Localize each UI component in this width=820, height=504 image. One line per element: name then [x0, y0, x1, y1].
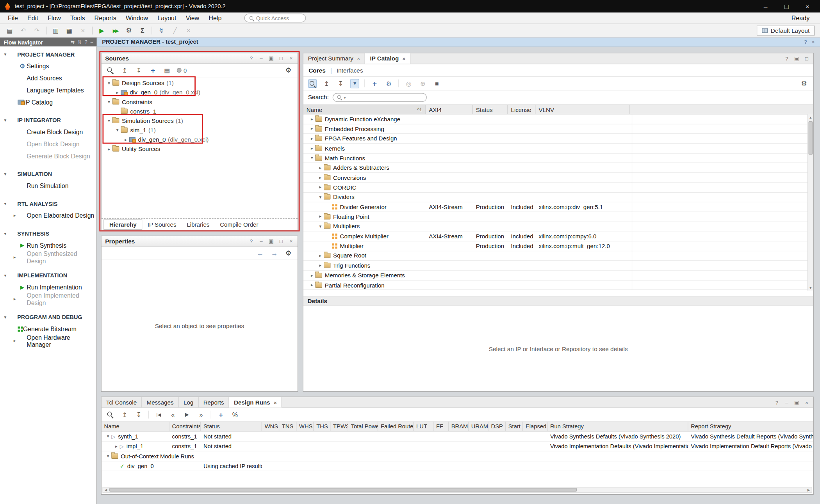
column-header[interactable]: TPWS — [330, 422, 348, 431]
expander-icon[interactable] — [308, 117, 315, 121]
skip-to-start-icon[interactable] — [154, 410, 163, 419]
float-icon[interactable] — [794, 56, 800, 62]
expander-icon[interactable] — [122, 137, 129, 142]
tree-row[interactable]: Simulation Sources (1) — [102, 116, 298, 125]
close-tab-icon[interactable] — [403, 56, 406, 62]
copy-icon[interactable] — [51, 26, 60, 35]
ip-catalog-row[interactable]: CORDIC — [303, 183, 813, 192]
minimize-icon[interactable] — [91, 39, 93, 44]
flow-nav-entry[interactable]: RTL ANALYSIS — [0, 198, 96, 209]
column-header[interactable]: Elapsed — [523, 422, 547, 431]
flow-nav-entry[interactable]: Open Synthesized Design — [0, 251, 96, 263]
collapse-all-icon[interactable] — [120, 66, 129, 75]
menu-item[interactable]: Edit — [23, 13, 43, 23]
open-project-icon[interactable] — [5, 26, 14, 35]
expander-icon[interactable] — [308, 146, 315, 151]
chevron-icon[interactable] — [11, 213, 18, 218]
flow-nav-entry[interactable]: Open Hardware Manager — [0, 335, 96, 347]
expander-icon[interactable] — [317, 195, 324, 199]
ip-catalog-row[interactable]: Adders & Subtracters — [303, 163, 813, 173]
tree-row[interactable]: div_gen_0 (div_gen_0.xci) — [102, 88, 298, 97]
tree-row[interactable]: Design Sources (1) — [102, 78, 298, 88]
menu-item[interactable]: View — [181, 13, 204, 23]
expander-icon[interactable] — [308, 126, 315, 131]
column-header-name[interactable]: Name^1 — [303, 105, 426, 114]
chevron-icon[interactable] — [11, 297, 18, 301]
float-icon[interactable] — [268, 55, 274, 61]
redo-icon[interactable] — [32, 26, 41, 35]
flow-nav-entry[interactable]: Generate Block Design — [0, 150, 96, 162]
menu-item[interactable]: Reports — [90, 13, 121, 23]
chevron-icon[interactable] — [2, 273, 8, 277]
chevron-icon[interactable] — [2, 118, 8, 122]
expander-icon[interactable] — [317, 224, 324, 229]
ip-catalog-row[interactable]: Partial Reconfiguration — [303, 280, 813, 290]
expander-icon[interactable] — [106, 119, 112, 123]
help-icon[interactable] — [85, 39, 87, 44]
menu-item[interactable]: Help — [204, 13, 226, 23]
filter-icon[interactable] — [350, 79, 359, 88]
tab-messages[interactable]: Messages — [142, 397, 178, 408]
expander-icon[interactable] — [105, 434, 111, 438]
tree-row[interactable]: constrs_1 — [102, 106, 298, 116]
chevron-icon[interactable] — [2, 52, 8, 57]
close-icon[interactable] — [184, 26, 193, 35]
flow-nav-entry[interactable]: Run Implementation — [0, 281, 96, 293]
minimize-icon[interactable] — [762, 2, 769, 10]
design-run-row[interactable]: Out-of-Context Module Runs — [102, 451, 813, 461]
flow-nav-entry[interactable]: Open Elaborated Design — [0, 209, 96, 222]
separator[interactable] — [399, 80, 399, 87]
search-icon[interactable] — [308, 79, 317, 87]
expander-icon[interactable] — [106, 81, 112, 85]
design-run-row[interactable]: div_gen_0 Using cached IP results — [102, 461, 813, 471]
separator[interactable] — [152, 27, 152, 34]
design-run-row[interactable]: synth_1 constrs_1 Not started — [102, 431, 813, 441]
forward-icon[interactable] — [270, 248, 279, 258]
separator[interactable] — [148, 411, 149, 419]
column-header[interactable]: TNS — [279, 422, 296, 431]
ip-catalog-row[interactable]: Divider Generator AXI4-Stream Production… — [303, 202, 813, 212]
chevron-icon[interactable] — [11, 255, 18, 259]
scroll-right-icon[interactable]: ▶ — [806, 488, 812, 492]
column-header[interactable]: Constraints — [169, 422, 201, 431]
expand-all-icon[interactable] — [336, 79, 345, 88]
tree-row[interactable]: sim_1 (1) — [102, 125, 298, 135]
ip-catalog-row[interactable]: Multipliers — [303, 222, 813, 232]
separator[interactable] — [364, 80, 365, 87]
step-back-icon[interactable] — [168, 410, 177, 419]
flow-nav-entry[interactable]: SIMULATION — [0, 168, 96, 179]
close-tab-icon[interactable] — [274, 399, 277, 405]
chevron-icon[interactable] — [2, 202, 8, 206]
ip-settings-icon[interactable] — [384, 79, 393, 88]
column-header[interactable]: LUT — [414, 422, 433, 431]
help-icon[interactable] — [248, 55, 254, 61]
flow-nav-entry[interactable]: Language Templates — [0, 84, 96, 96]
column-header-license[interactable]: License — [508, 105, 535, 114]
tab-ip-catalog[interactable]: IP Catalog — [365, 53, 410, 64]
close-icon[interactable] — [812, 39, 815, 45]
close-icon[interactable] — [804, 2, 811, 10]
column-header[interactable]: BRAM — [449, 422, 469, 431]
tab-libraries[interactable]: Libraries — [182, 220, 215, 229]
percent-icon[interactable] — [231, 410, 240, 419]
scroll-left-icon[interactable]: ◀ — [103, 488, 109, 492]
menu-item[interactable]: Flow — [43, 13, 66, 23]
flow-nav-entry[interactable]: Run Synthesis — [0, 239, 96, 251]
flow-nav-entry[interactable]: IP INTEGRATOR — [0, 114, 96, 126]
subtab-interfaces[interactable]: Interfaces — [337, 67, 363, 73]
quick-access-search[interactable] — [244, 14, 306, 23]
ip-catalog-row[interactable]: Multiplier Production Included xilinx.co… — [303, 241, 813, 251]
back-icon[interactable] — [256, 248, 265, 258]
flow-nav-entry[interactable]: IMPLEMENTATION — [0, 270, 96, 281]
column-header[interactable]: DSP — [488, 422, 506, 431]
ip-catalog-row[interactable]: Trig Functions — [303, 261, 813, 271]
tree-row[interactable]: Constraints — [102, 97, 298, 106]
run-icon[interactable] — [97, 26, 106, 35]
help-icon[interactable] — [248, 238, 254, 244]
column-header[interactable]: Status — [201, 422, 262, 431]
settings-icon[interactable] — [284, 66, 293, 75]
flow-nav-entry[interactable]: Open Implemented Design — [0, 293, 96, 305]
flow-nav-entry[interactable]: Open Block Design — [0, 138, 96, 150]
ip-catalog-row[interactable]: Dynamic Function eXchange — [303, 114, 813, 124]
search-icon[interactable] — [106, 410, 115, 419]
